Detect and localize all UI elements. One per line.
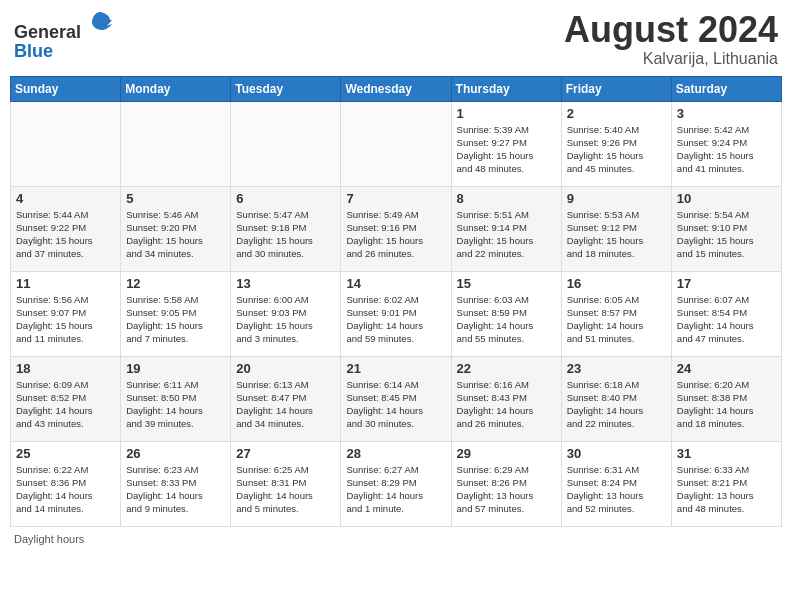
logo: General Blue: [14, 10, 112, 61]
header-friday: Friday: [561, 76, 671, 101]
header-saturday: Saturday: [671, 76, 781, 101]
calendar-cell: 27Sunrise: 6:25 AM Sunset: 8:31 PM Dayli…: [231, 441, 341, 526]
day-number: 5: [126, 191, 225, 206]
day-number: 1: [457, 106, 556, 121]
day-number: 28: [346, 446, 445, 461]
calendar-cell: 12Sunrise: 5:58 AM Sunset: 9:05 PM Dayli…: [121, 271, 231, 356]
day-number: 9: [567, 191, 666, 206]
header-monday: Monday: [121, 76, 231, 101]
day-info: Sunrise: 6:33 AM Sunset: 8:21 PM Dayligh…: [677, 463, 776, 516]
day-info: Sunrise: 6:23 AM Sunset: 8:33 PM Dayligh…: [126, 463, 225, 516]
calendar-cell: 28Sunrise: 6:27 AM Sunset: 8:29 PM Dayli…: [341, 441, 451, 526]
day-number: 30: [567, 446, 666, 461]
header-wednesday: Wednesday: [341, 76, 451, 101]
calendar-cell: 19Sunrise: 6:11 AM Sunset: 8:50 PM Dayli…: [121, 356, 231, 441]
day-info: Sunrise: 5:56 AM Sunset: 9:07 PM Dayligh…: [16, 293, 115, 346]
day-number: 26: [126, 446, 225, 461]
day-number: 12: [126, 276, 225, 291]
week-row-4: 18Sunrise: 6:09 AM Sunset: 8:52 PM Dayli…: [11, 356, 782, 441]
day-info: Sunrise: 6:27 AM Sunset: 8:29 PM Dayligh…: [346, 463, 445, 516]
calendar-cell: 22Sunrise: 6:16 AM Sunset: 8:43 PM Dayli…: [451, 356, 561, 441]
day-info: Sunrise: 6:05 AM Sunset: 8:57 PM Dayligh…: [567, 293, 666, 346]
day-info: Sunrise: 6:02 AM Sunset: 9:01 PM Dayligh…: [346, 293, 445, 346]
day-info: Sunrise: 6:25 AM Sunset: 8:31 PM Dayligh…: [236, 463, 335, 516]
calendar-header-row: SundayMondayTuesdayWednesdayThursdayFrid…: [11, 76, 782, 101]
calendar-cell: 3Sunrise: 5:42 AM Sunset: 9:24 PM Daylig…: [671, 101, 781, 186]
daylight-label: Daylight hours: [14, 533, 84, 545]
day-number: 15: [457, 276, 556, 291]
calendar-cell: 25Sunrise: 6:22 AM Sunset: 8:36 PM Dayli…: [11, 441, 121, 526]
calendar-table: SundayMondayTuesdayWednesdayThursdayFrid…: [10, 76, 782, 527]
calendar-cell: 30Sunrise: 6:31 AM Sunset: 8:24 PM Dayli…: [561, 441, 671, 526]
day-info: Sunrise: 5:39 AM Sunset: 9:27 PM Dayligh…: [457, 123, 556, 176]
calendar-cell: 16Sunrise: 6:05 AM Sunset: 8:57 PM Dayli…: [561, 271, 671, 356]
calendar-cell: 13Sunrise: 6:00 AM Sunset: 9:03 PM Dayli…: [231, 271, 341, 356]
day-info: Sunrise: 6:29 AM Sunset: 8:26 PM Dayligh…: [457, 463, 556, 516]
day-number: 31: [677, 446, 776, 461]
day-number: 27: [236, 446, 335, 461]
day-info: Sunrise: 5:47 AM Sunset: 9:18 PM Dayligh…: [236, 208, 335, 261]
day-info: Sunrise: 6:20 AM Sunset: 8:38 PM Dayligh…: [677, 378, 776, 431]
calendar-cell: 21Sunrise: 6:14 AM Sunset: 8:45 PM Dayli…: [341, 356, 451, 441]
day-info: Sunrise: 6:11 AM Sunset: 8:50 PM Dayligh…: [126, 378, 225, 431]
day-info: Sunrise: 6:18 AM Sunset: 8:40 PM Dayligh…: [567, 378, 666, 431]
week-row-3: 11Sunrise: 5:56 AM Sunset: 9:07 PM Dayli…: [11, 271, 782, 356]
logo-text: General: [14, 10, 112, 42]
day-number: 14: [346, 276, 445, 291]
day-number: 24: [677, 361, 776, 376]
day-number: 11: [16, 276, 115, 291]
day-number: 21: [346, 361, 445, 376]
day-info: Sunrise: 6:14 AM Sunset: 8:45 PM Dayligh…: [346, 378, 445, 431]
day-number: 3: [677, 106, 776, 121]
day-info: Sunrise: 5:58 AM Sunset: 9:05 PM Dayligh…: [126, 293, 225, 346]
calendar-cell: [341, 101, 451, 186]
calendar-cell: 2Sunrise: 5:40 AM Sunset: 9:26 PM Daylig…: [561, 101, 671, 186]
week-row-2: 4Sunrise: 5:44 AM Sunset: 9:22 PM Daylig…: [11, 186, 782, 271]
page-header: General Blue August 2024 Kalvarija, Lith…: [10, 10, 782, 68]
calendar-cell: 23Sunrise: 6:18 AM Sunset: 8:40 PM Dayli…: [561, 356, 671, 441]
day-number: 29: [457, 446, 556, 461]
location: Kalvarija, Lithuania: [564, 50, 778, 68]
day-info: Sunrise: 6:13 AM Sunset: 8:47 PM Dayligh…: [236, 378, 335, 431]
day-info: Sunrise: 6:22 AM Sunset: 8:36 PM Dayligh…: [16, 463, 115, 516]
day-number: 22: [457, 361, 556, 376]
day-info: Sunrise: 5:51 AM Sunset: 9:14 PM Dayligh…: [457, 208, 556, 261]
week-row-1: 1Sunrise: 5:39 AM Sunset: 9:27 PM Daylig…: [11, 101, 782, 186]
week-row-5: 25Sunrise: 6:22 AM Sunset: 8:36 PM Dayli…: [11, 441, 782, 526]
calendar-cell: 15Sunrise: 6:03 AM Sunset: 8:59 PM Dayli…: [451, 271, 561, 356]
calendar-cell: [11, 101, 121, 186]
logo-bird-icon: [88, 10, 112, 38]
calendar-cell: 18Sunrise: 6:09 AM Sunset: 8:52 PM Dayli…: [11, 356, 121, 441]
calendar-cell: 5Sunrise: 5:46 AM Sunset: 9:20 PM Daylig…: [121, 186, 231, 271]
day-info: Sunrise: 6:07 AM Sunset: 8:54 PM Dayligh…: [677, 293, 776, 346]
calendar-cell: 9Sunrise: 5:53 AM Sunset: 9:12 PM Daylig…: [561, 186, 671, 271]
month-year: August 2024: [564, 10, 778, 50]
header-sunday: Sunday: [11, 76, 121, 101]
day-info: Sunrise: 6:16 AM Sunset: 8:43 PM Dayligh…: [457, 378, 556, 431]
calendar-cell: 7Sunrise: 5:49 AM Sunset: 9:16 PM Daylig…: [341, 186, 451, 271]
calendar-cell: 6Sunrise: 5:47 AM Sunset: 9:18 PM Daylig…: [231, 186, 341, 271]
day-number: 4: [16, 191, 115, 206]
day-info: Sunrise: 5:40 AM Sunset: 9:26 PM Dayligh…: [567, 123, 666, 176]
day-info: Sunrise: 5:44 AM Sunset: 9:22 PM Dayligh…: [16, 208, 115, 261]
day-info: Sunrise: 5:53 AM Sunset: 9:12 PM Dayligh…: [567, 208, 666, 261]
month-title: August 2024 Kalvarija, Lithuania: [564, 10, 778, 68]
day-number: 2: [567, 106, 666, 121]
day-number: 6: [236, 191, 335, 206]
header-thursday: Thursday: [451, 76, 561, 101]
day-info: Sunrise: 6:09 AM Sunset: 8:52 PM Dayligh…: [16, 378, 115, 431]
calendar-cell: 24Sunrise: 6:20 AM Sunset: 8:38 PM Dayli…: [671, 356, 781, 441]
day-info: Sunrise: 5:46 AM Sunset: 9:20 PM Dayligh…: [126, 208, 225, 261]
logo-general: General: [14, 22, 81, 42]
calendar-cell: 10Sunrise: 5:54 AM Sunset: 9:10 PM Dayli…: [671, 186, 781, 271]
day-info: Sunrise: 5:54 AM Sunset: 9:10 PM Dayligh…: [677, 208, 776, 261]
day-number: 18: [16, 361, 115, 376]
day-number: 16: [567, 276, 666, 291]
day-number: 19: [126, 361, 225, 376]
calendar-cell: 4Sunrise: 5:44 AM Sunset: 9:22 PM Daylig…: [11, 186, 121, 271]
calendar-cell: 1Sunrise: 5:39 AM Sunset: 9:27 PM Daylig…: [451, 101, 561, 186]
header-tuesday: Tuesday: [231, 76, 341, 101]
day-number: 10: [677, 191, 776, 206]
day-info: Sunrise: 6:31 AM Sunset: 8:24 PM Dayligh…: [567, 463, 666, 516]
day-number: 7: [346, 191, 445, 206]
